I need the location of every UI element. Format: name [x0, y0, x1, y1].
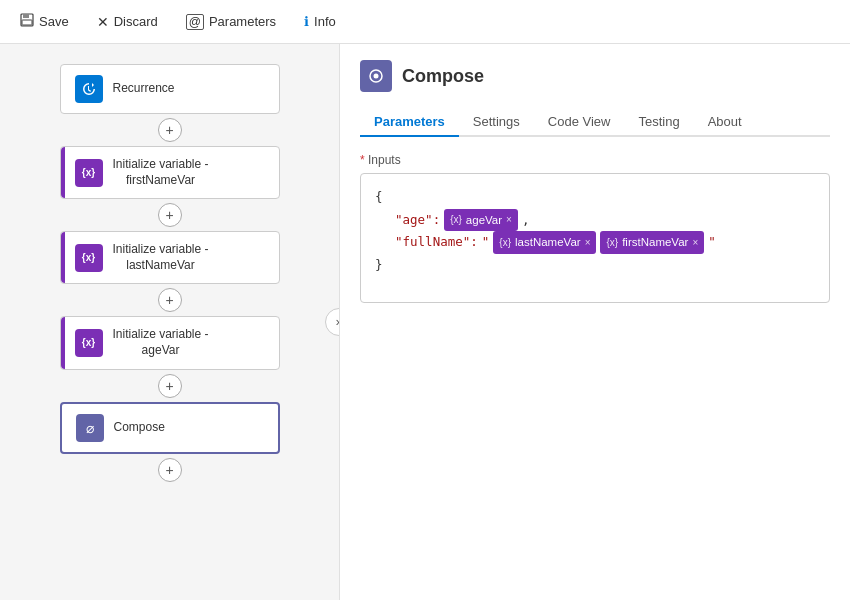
save-label: Save	[39, 14, 69, 29]
discard-icon: ✕	[97, 14, 109, 30]
init-agevar-node[interactable]: {x} Initialize variable -ageVar	[60, 316, 280, 369]
info-button[interactable]: ℹ Info	[300, 12, 340, 31]
svg-rect-1	[23, 14, 29, 18]
detail-title: Compose	[402, 66, 484, 87]
tab-code-view[interactable]: Code View	[534, 108, 625, 137]
discard-button[interactable]: ✕ Discard	[93, 12, 162, 32]
firstname-var-token[interactable]: {x} firstNameVar ×	[600, 231, 704, 254]
save-icon	[20, 13, 34, 30]
parameters-button[interactable]: @ Parameters	[182, 12, 280, 32]
init-firstname-node[interactable]: {x} Initialize variable -firstNameVar	[60, 146, 280, 199]
code-age-line: "age": {x} ageVar × ,	[375, 209, 815, 232]
detail-tabs: Parameters Settings Code View Testing Ab…	[360, 108, 830, 137]
detail-header: Compose	[360, 60, 830, 92]
init-firstname-icon: {x}	[75, 159, 103, 187]
tab-about[interactable]: About	[694, 108, 756, 137]
compose-node-label: Compose	[114, 420, 165, 436]
open-brace: {	[375, 186, 383, 209]
lastname-token-close[interactable]: ×	[585, 234, 591, 252]
discard-label: Discard	[114, 14, 158, 29]
init-lastname-label: Initialize variable -lastNameVar	[113, 242, 209, 273]
init-firstname-label: Initialize variable -firstNameVar	[113, 157, 209, 188]
firstname-token-close[interactable]: ×	[692, 234, 698, 252]
code-open-brace-line: {	[375, 186, 815, 209]
compose-node[interactable]: ⌀ Compose	[60, 402, 280, 454]
code-editor[interactable]: { "age": {x} ageVar × , "fullName": " {x…	[360, 173, 830, 303]
add-after-firstname[interactable]: +	[158, 203, 182, 227]
token-chip-icon: {x}	[450, 211, 462, 229]
workflow-panel: Recurrence + {x} Initialize variable -fi…	[0, 44, 340, 600]
recurrence-icon	[75, 75, 103, 103]
save-button[interactable]: Save	[16, 11, 73, 32]
info-label: Info	[314, 14, 336, 29]
svg-point-4	[374, 74, 379, 79]
recurrence-label: Recurrence	[113, 81, 175, 97]
code-close-brace-line: }	[375, 254, 815, 277]
tab-testing[interactable]: Testing	[624, 108, 693, 137]
compose-icon: ⌀	[76, 414, 104, 442]
init-agevar-icon: {x}	[75, 329, 103, 357]
age-comma: ,	[522, 209, 530, 232]
init-lastname-node[interactable]: {x} Initialize variable -lastNameVar	[60, 231, 280, 284]
lastname-token-label: lastNameVar	[515, 232, 581, 253]
fullname-key: "fullName":	[395, 231, 478, 254]
lastname-chip-icon: {x}	[499, 234, 511, 252]
main-content: Recurrence + {x} Initialize variable -fi…	[0, 44, 850, 600]
recurrence-node[interactable]: Recurrence	[60, 64, 280, 114]
code-fullname-line: "fullName": " {x} lastNameVar × {x} firs…	[375, 231, 815, 254]
fullname-close-quote: "	[708, 231, 716, 254]
add-after-recurrence[interactable]: +	[158, 118, 182, 142]
info-icon: ℹ	[304, 14, 309, 29]
svg-rect-2	[22, 20, 32, 25]
age-key: "age":	[395, 209, 440, 232]
firstname-chip-icon: {x}	[606, 234, 618, 252]
age-token-close[interactable]: ×	[506, 211, 512, 229]
toolbar: Save ✕ Discard @ Parameters ℹ Info	[0, 0, 850, 44]
node-left-bar-3	[61, 317, 65, 368]
detail-compose-icon	[360, 60, 392, 92]
tab-settings[interactable]: Settings	[459, 108, 534, 137]
firstname-token-label: firstNameVar	[622, 232, 688, 253]
add-after-agevar[interactable]: +	[158, 374, 182, 398]
collapse-panel-button[interactable]: »	[325, 308, 340, 336]
required-star: *	[360, 153, 368, 167]
age-var-token[interactable]: {x} ageVar ×	[444, 209, 518, 232]
node-left-bar-2	[61, 232, 65, 283]
add-after-compose[interactable]: +	[158, 458, 182, 482]
close-brace: }	[375, 254, 383, 277]
add-after-lastname[interactable]: +	[158, 288, 182, 312]
lastname-var-token[interactable]: {x} lastNameVar ×	[493, 231, 596, 254]
inputs-text: Inputs	[368, 153, 401, 167]
init-agevar-label: Initialize variable -ageVar	[113, 327, 209, 358]
age-token-label: ageVar	[466, 210, 502, 231]
fullname-open-quote: "	[482, 231, 490, 254]
parameters-label: Parameters	[209, 14, 276, 29]
init-lastname-icon: {x}	[75, 244, 103, 272]
detail-panel: Compose Parameters Settings Code View Te…	[340, 44, 850, 600]
parameters-icon: @	[186, 14, 204, 30]
tab-parameters[interactable]: Parameters	[360, 108, 459, 137]
node-left-bar	[61, 147, 65, 198]
inputs-label: * Inputs	[360, 153, 830, 167]
